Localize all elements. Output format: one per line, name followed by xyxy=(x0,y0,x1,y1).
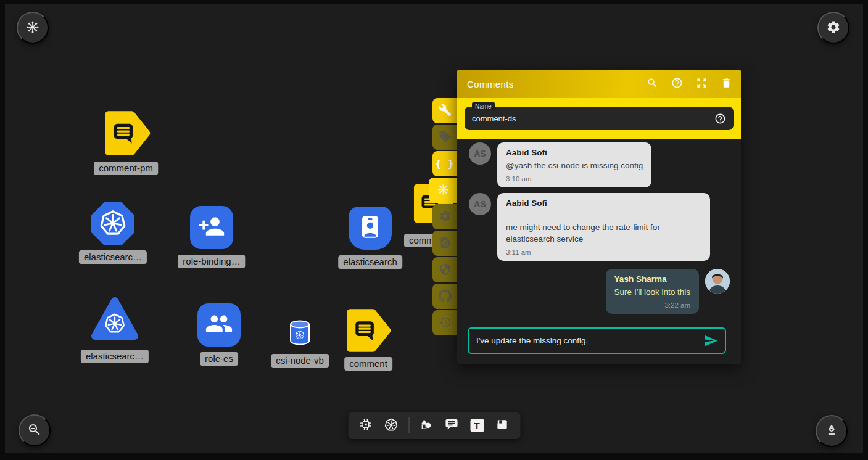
kubernetes-icon xyxy=(99,208,127,239)
comment-message: AS Aabid Sofi @yash the csi-node is miss… xyxy=(469,142,730,187)
comment-shape-icon xyxy=(104,110,151,157)
kubernetes-triangle-icon xyxy=(91,295,139,342)
avatar xyxy=(705,269,730,294)
help-icon xyxy=(671,77,683,91)
search-button[interactable] xyxy=(646,78,658,90)
tag-tool-button[interactable] xyxy=(432,125,457,150)
comment-message: Yash Sharma Sure I'll look into this 3:2… xyxy=(469,269,730,314)
message-bubble: Yash Sharma Sure I'll look into this 3:2… xyxy=(606,269,699,314)
flower-logo-icon xyxy=(25,20,40,36)
doc-search-icon xyxy=(439,236,452,251)
node-label: csi-node-vb xyxy=(271,354,329,368)
node-role-binding[interactable] xyxy=(190,206,233,249)
github-tool-button[interactable] xyxy=(432,284,457,309)
panel-title: Comments xyxy=(467,79,514,89)
node-comment-pm[interactable] xyxy=(104,110,151,157)
kanvas-app: comment-pm elasticsearc… role-binding… e… xyxy=(0,0,868,460)
comments-panel: Comments Name AS Aabid Sofi @yash the cs… xyxy=(457,70,741,364)
settings-tool-button[interactable] xyxy=(432,204,457,229)
braces-icon: { } xyxy=(436,158,454,170)
inspect-tool-button[interactable] xyxy=(432,231,457,256)
dock-divider xyxy=(408,417,409,433)
expand-button[interactable] xyxy=(695,78,708,90)
app-logo-button[interactable] xyxy=(17,12,49,44)
comments-panel-header[interactable]: Comments xyxy=(457,70,741,98)
shield-icon xyxy=(439,263,452,277)
history-tool-button[interactable] xyxy=(432,310,457,335)
bottom-dock: T xyxy=(348,412,520,439)
message-time: 3:22 am xyxy=(614,302,690,309)
configure-tool-button[interactable] xyxy=(432,98,457,123)
comment-shape-icon xyxy=(345,308,391,353)
tag-icon xyxy=(439,130,452,145)
help-icon[interactable] xyxy=(714,113,726,125)
user-photo xyxy=(705,269,730,294)
message-author: Yash Sharma xyxy=(614,274,690,284)
message-text: Sure I'll look into this xyxy=(614,286,690,298)
node-label: role-es xyxy=(200,352,238,366)
diagram-tool-button[interactable] xyxy=(358,417,374,433)
security-tool-button[interactable] xyxy=(432,257,457,282)
node-elasticsearch-triangle[interactable] xyxy=(91,295,139,342)
shapes-icon xyxy=(420,417,434,433)
node-label: elasticsearch xyxy=(338,255,402,269)
node-label: elasticsearc… xyxy=(81,350,149,363)
flower-icon xyxy=(437,183,450,198)
components-tool-button[interactable] xyxy=(429,178,457,203)
json-tool-button[interactable]: { } xyxy=(432,151,457,176)
gear-icon xyxy=(439,210,452,224)
name-section: Name xyxy=(457,98,741,139)
shapes-tool-button[interactable] xyxy=(418,417,434,433)
kubernetes-tool-button[interactable] xyxy=(383,417,399,433)
text-icon: T xyxy=(470,419,484,432)
node-label: elasticsearc… xyxy=(79,250,147,264)
zoom-in-icon xyxy=(27,422,42,439)
pen-tool-button[interactable] xyxy=(816,415,848,447)
panel-header-actions xyxy=(646,78,732,90)
message-bubble: Aabid Sofi @yash the csi-node is missing… xyxy=(497,142,651,187)
github-icon xyxy=(439,289,452,304)
text-tool-button[interactable]: T xyxy=(469,417,485,433)
kubernetes-icon xyxy=(384,417,399,433)
help-button[interactable] xyxy=(671,78,683,90)
circuit-icon xyxy=(359,417,373,433)
people-icon xyxy=(205,310,233,340)
node-csi-node-vb[interactable] xyxy=(289,319,311,347)
expand-icon xyxy=(696,77,708,91)
node-elasticsearch-octagon[interactable] xyxy=(91,202,134,245)
node-comment[interactable] xyxy=(345,308,391,353)
comment-tool-button[interactable] xyxy=(444,417,460,433)
pen-nib-icon xyxy=(824,423,839,440)
wrench-icon xyxy=(439,104,452,118)
delete-button[interactable] xyxy=(720,78,732,90)
comment-thread[interactable]: AS Aabid Sofi @yash the csi-node is miss… xyxy=(457,139,741,321)
avatar: AS xyxy=(469,142,491,165)
image-tool-button[interactable] xyxy=(494,417,510,433)
name-field-wrap: Name xyxy=(465,107,734,130)
comment-icon xyxy=(445,417,459,433)
node-elasticsearch-serviceaccount[interactable] xyxy=(349,207,392,250)
name-field-label: Name xyxy=(472,102,495,110)
node-label: comment-pm xyxy=(94,162,158,175)
history-icon xyxy=(439,316,452,331)
message-bubble: Aabid Sofi me might need to change the r… xyxy=(497,193,710,261)
node-label: role-binding… xyxy=(178,255,245,268)
node-role-es[interactable] xyxy=(197,303,241,347)
send-button[interactable] xyxy=(703,334,719,348)
message-text: me might need to change the rate-limit f… xyxy=(506,221,701,245)
name-input[interactable] xyxy=(472,114,714,123)
zoom-button[interactable] xyxy=(19,414,51,446)
kubernetes-cylinder-icon xyxy=(289,319,311,347)
trash-icon xyxy=(721,77,732,91)
search-icon xyxy=(647,77,658,91)
message-time: 3:11 am xyxy=(506,248,701,256)
settings-button[interactable] xyxy=(817,12,849,44)
message-author: Aabid Sofi xyxy=(506,148,643,157)
comment-message: AS Aabid Sofi me might need to change th… xyxy=(469,193,730,261)
comment-input[interactable] xyxy=(476,336,703,345)
id-badge-icon xyxy=(356,213,384,244)
comment-composer xyxy=(468,327,726,354)
send-icon xyxy=(704,340,718,350)
image-icon xyxy=(495,417,510,433)
person-add-icon xyxy=(198,213,225,242)
